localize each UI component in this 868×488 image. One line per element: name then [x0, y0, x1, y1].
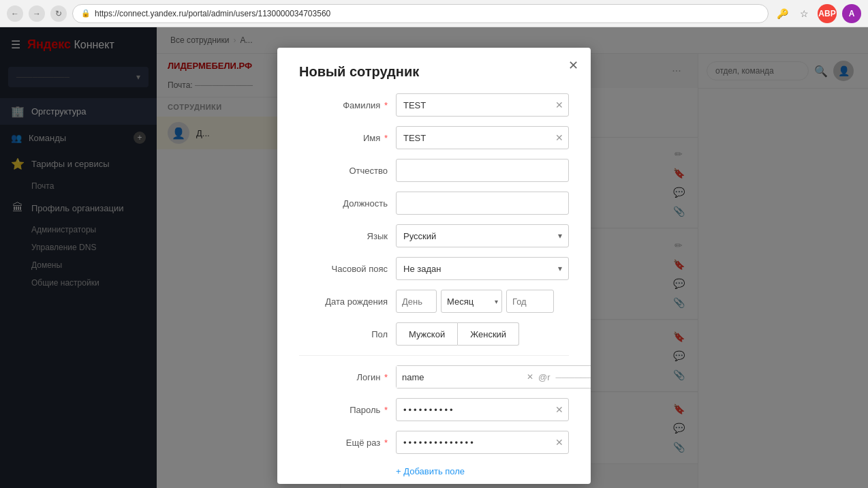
user-avatar[interactable]: А	[842, 4, 861, 23]
modal-overlay: ✕ Новый сотрудник Фамилия * ✕ Имя *	[0, 27, 868, 488]
app-container: ☰ Яндекс Коннект ────────── ▾ 🏢 Оргструк…	[0, 27, 868, 488]
position-field	[396, 192, 569, 215]
avp-avatar[interactable]: АВР	[818, 4, 837, 23]
firstname-label: Имя *	[299, 133, 388, 143]
birthday-day-input[interactable]	[396, 290, 437, 313]
star-icon[interactable]: ☆	[796, 5, 812, 22]
birthday-label: Дата рождения	[299, 296, 388, 307]
birthday-month-wrapper: Месяц ЯнварьФевральМарт АпрельМайИюнь Ию…	[441, 290, 502, 313]
lock-icon: 🔒	[81, 9, 91, 18]
date-fields: Месяц ЯнварьФевральМарт АпрельМайИюнь Ию…	[396, 290, 569, 313]
language-label: Язык	[299, 231, 388, 241]
middlename-label: Отчество	[299, 166, 388, 176]
lastname-input[interactable]	[396, 93, 569, 117]
form-row-position: Должность	[299, 192, 569, 215]
timezone-field: Не задан ▾	[396, 257, 569, 280]
url-text: https://connect.yandex.ru/portal/admin/u…	[95, 9, 330, 18]
gender-label: Пол	[299, 329, 388, 339]
refresh-button[interactable]: ↻	[50, 5, 67, 22]
password-repeat-field: ✕	[396, 431, 569, 454]
form-divider	[299, 355, 569, 356]
login-at-symbol: @r	[538, 372, 556, 382]
birthday-year-input[interactable]	[506, 290, 554, 313]
password-input[interactable]	[396, 398, 569, 421]
form-row-login: Логин * ✕ @r ──────────	[299, 365, 569, 388]
firstname-input[interactable]	[396, 126, 569, 149]
gender-group: Мужской Женский	[396, 322, 569, 346]
url-bar: 🔒 https://connect.yandex.ru/portal/admin…	[72, 4, 769, 23]
timezone-label: Часовой пояс	[299, 264, 388, 274]
position-input[interactable]	[396, 192, 569, 215]
gender-field: Мужской Женский	[396, 322, 569, 346]
form-row-firstname: Имя * ✕	[299, 126, 569, 149]
language-select[interactable]: Русский English	[396, 224, 569, 247]
forward-button[interactable]: →	[29, 5, 45, 22]
password-repeat-input[interactable]	[396, 431, 569, 454]
firstname-clear-button[interactable]: ✕	[555, 132, 563, 143]
form-row-timezone: Часовой пояс Не задан ▾	[299, 257, 569, 280]
browser-actions: 🔑 ☆ АВР А	[774, 4, 861, 23]
lastname-field: ✕	[396, 93, 569, 117]
gender-female-button[interactable]: Женский	[458, 322, 519, 346]
language-field: Русский English ▾	[396, 224, 569, 247]
form-row-middlename: Отчество	[299, 159, 569, 182]
key-icon[interactable]: 🔑	[774, 5, 790, 22]
birthday-month-select[interactable]: Месяц ЯнварьФевральМарт АпрельМайИюнь Ию…	[441, 290, 502, 313]
gender-male-button[interactable]: Мужской	[396, 322, 458, 346]
form-row-password: Пароль * ✕	[299, 398, 569, 421]
login-clear-button[interactable]: ✕	[522, 369, 538, 385]
lastname-label: Фамилия *	[299, 100, 388, 110]
password-repeat-label: Ещё раз *	[299, 438, 388, 448]
login-input[interactable]	[397, 366, 522, 388]
middlename-input[interactable]	[396, 159, 569, 182]
lastname-clear-button[interactable]: ✕	[555, 100, 563, 110]
birthday-field: Месяц ЯнварьФевральМарт АпрельМайИюнь Ию…	[396, 290, 569, 313]
login-field-inner: ✕ @r ──────────	[396, 365, 591, 388]
password-repeat-clear-button[interactable]: ✕	[555, 437, 563, 448]
position-label: Должность	[299, 198, 388, 209]
new-employee-modal: ✕ Новый сотрудник Фамилия * ✕ Имя *	[277, 48, 591, 484]
form-row-password-repeat: Ещё раз * ✕	[299, 431, 569, 454]
add-field-button[interactable]: + Добавить поле	[396, 463, 465, 479]
middlename-field	[396, 159, 569, 182]
modal-title: Новый сотрудник	[299, 64, 569, 80]
timezone-select[interactable]: Не задан	[396, 257, 569, 280]
login-field: ✕ @r ──────────	[396, 365, 591, 388]
password-clear-button[interactable]: ✕	[555, 404, 563, 415]
modal-close-button[interactable]: ✕	[563, 56, 583, 75]
login-domain: ──────────	[556, 372, 591, 382]
back-button[interactable]: ←	[7, 5, 23, 22]
password-label: Пароль *	[299, 405, 388, 415]
browser-bar: ← → ↻ 🔒 https://connect.yandex.ru/portal…	[0, 0, 868, 27]
form-row-lastname: Фамилия * ✕	[299, 93, 569, 117]
form-row-birthday: Дата рождения Месяц ЯнварьФевральМарт Ап…	[299, 290, 569, 313]
firstname-field: ✕	[396, 126, 569, 149]
password-field: ✕	[396, 398, 569, 421]
login-label: Логин *	[299, 372, 388, 382]
form-row-language: Язык Русский English ▾	[299, 224, 569, 247]
form-row-gender: Пол Мужской Женский	[299, 322, 569, 346]
